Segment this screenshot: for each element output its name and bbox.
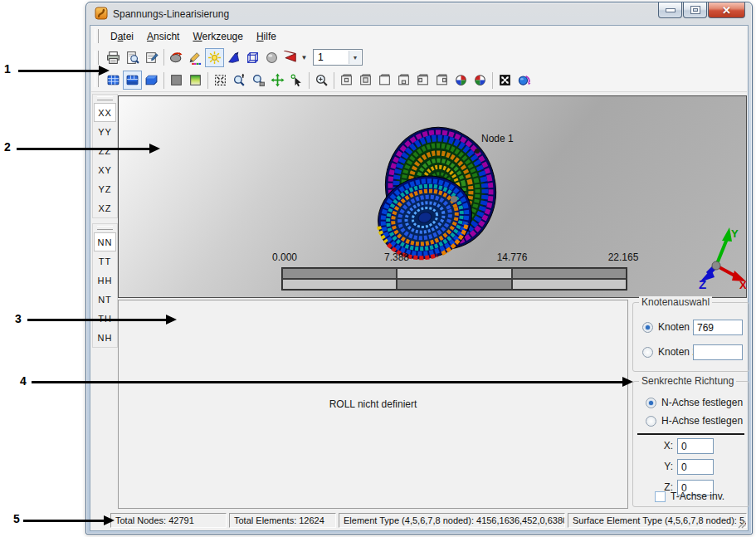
x-input[interactable] (677, 438, 714, 454)
menu-werkzeuge[interactable]: Werkzeuge (186, 27, 249, 46)
toolbar-grip[interactable] (95, 29, 99, 43)
print-preview-button[interactable] (123, 48, 142, 67)
knoten2-radio[interactable] (642, 347, 653, 358)
iso-view-2-button[interactable] (471, 71, 490, 90)
pan-icon (271, 73, 285, 87)
plot-status-message: ROLL nicht definiert (329, 398, 417, 410)
fit-view-button[interactable] (495, 71, 515, 90)
sidebar-button-nh[interactable]: NH (94, 328, 116, 347)
view-top-icon (378, 73, 392, 87)
rotate-mode-button[interactable] (167, 48, 186, 67)
titlebar[interactable]: Spannungs-Linearisierung ✕ (86, 2, 752, 25)
mesh-surface-icon (125, 73, 139, 87)
view-back-button[interactable] (356, 71, 375, 90)
solid-view-button[interactable] (142, 71, 161, 90)
annotation-label-2: 2 (4, 140, 11, 154)
sidebar-button-xx[interactable]: XX (94, 103, 116, 122)
sidebar-button-xy[interactable]: XY (94, 160, 116, 179)
sidebar-button-hh[interactable]: HH (94, 271, 116, 290)
rotate-view-button[interactable] (515, 71, 534, 90)
view-direction-button[interactable] (224, 48, 243, 67)
color-scale-icon (188, 51, 202, 65)
view-top-button[interactable] (375, 71, 394, 90)
wireframe-box-button[interactable] (243, 48, 262, 67)
light-toggle-button[interactable] (205, 48, 224, 67)
maximize-icon (691, 7, 700, 13)
toolbar-grip[interactable] (95, 51, 99, 65)
select-node-button[interactable] (287, 71, 306, 90)
app-icon[interactable] (95, 7, 108, 20)
view-right-button[interactable] (432, 71, 451, 90)
sidebar-button-yz[interactable]: YZ (94, 179, 116, 198)
menu-ansicht[interactable]: Ansicht (140, 27, 186, 46)
pan-button[interactable] (268, 71, 287, 90)
sidebar-button-yy[interactable]: YY (94, 122, 116, 141)
y-input[interactable] (677, 459, 714, 475)
annotation-label-1: 1 (4, 62, 11, 76)
annotation-arrowhead-1 (99, 66, 110, 76)
knoten2-label: Knoten 2 (658, 346, 698, 358)
maximize-button[interactable] (683, 2, 707, 18)
menu-hilfe[interactable]: Hilfe (250, 27, 283, 46)
axis-x-label: X (739, 279, 747, 291)
scale-tick-0: 0.000 (272, 251, 297, 263)
close-icon: ✕ (722, 5, 731, 16)
toolbar-grip[interactable] (97, 96, 113, 100)
sidebar-button-zz[interactable]: ZZ (94, 141, 116, 160)
color-scale-button[interactable] (186, 48, 205, 67)
solid-color-icon (169, 73, 183, 87)
node-marker-1 (475, 149, 480, 154)
h-achse-radio[interactable] (646, 416, 656, 427)
solid-color-button[interactable] (167, 71, 186, 90)
n-achse-radio[interactable] (646, 398, 656, 408)
page-setup-button[interactable] (142, 48, 161, 67)
knotenauswahl-group: Knotenauswahl Knoten 1 Knoten 2 (632, 302, 749, 372)
annotation-arrow-2 (17, 148, 149, 150)
sidebar-button-tt[interactable]: TT (94, 251, 116, 271)
minimize-button[interactable] (658, 2, 682, 18)
view-left-button[interactable] (413, 71, 432, 90)
knoten1-input[interactable] (693, 320, 743, 335)
local-component-toolbar: NN TT HH NT TH NH (92, 223, 118, 348)
viewport-3d[interactable]: Node 1 0.000 7.388 14.776 22.165 Y X (118, 95, 747, 298)
zoom-window-button[interactable] (249, 71, 268, 90)
clip-plane-button[interactable] (281, 48, 300, 67)
scale-tick-1: 7.388 (384, 251, 409, 263)
shaded-model-button[interactable] (262, 48, 281, 67)
view-bottom-button[interactable] (394, 71, 413, 90)
knotenauswahl-title: Knotenauswahl (639, 296, 712, 308)
zoom-in-button[interactable] (230, 71, 249, 90)
gradient-color-button[interactable] (186, 71, 205, 90)
status-total-elements: Total Elements: 12624 (229, 513, 336, 528)
section-number-combobox[interactable]: 1 ▼ (313, 49, 363, 66)
knoten1-radio[interactable] (642, 322, 653, 333)
t-achse-inv-checkbox[interactable] (655, 491, 666, 502)
sidebar-button-xz[interactable]: XZ (94, 198, 116, 217)
zoom-magnifier-button[interactable] (312, 71, 331, 90)
menu-datei[interactable]: Datei (104, 27, 140, 46)
iso-view-2-icon (473, 73, 487, 87)
view-front-button[interactable] (337, 71, 356, 90)
knoten2-input[interactable] (693, 344, 743, 360)
zoom-in-icon (232, 73, 246, 87)
toolbar-separator (309, 72, 310, 89)
combobox-caret-icon[interactable]: ▼ (349, 51, 361, 64)
toolbar-grip[interactable] (97, 226, 113, 230)
annotation-arrowhead-4 (622, 377, 633, 387)
senkrechte-richtung-title: Senkrechte Richtung (639, 375, 736, 387)
n-achse-label: N-Achse festlegen (661, 397, 743, 408)
axis-triad: Y X Z (698, 226, 749, 292)
annotation-label-4: 4 (20, 374, 27, 388)
close-button[interactable]: ✕ (708, 2, 745, 18)
zoom-extents-button[interactable] (211, 71, 230, 90)
clip-plane-dropdown-caret[interactable]: ▼ (300, 54, 308, 61)
toolbar-separator (207, 72, 208, 89)
scale-tick-2: 14.776 (497, 251, 528, 263)
print-button[interactable] (104, 48, 123, 67)
sidebar-button-nt[interactable]: NT (94, 290, 116, 309)
iso-view-1-button[interactable] (451, 71, 471, 90)
resize-grip[interactable] (736, 519, 746, 529)
y-label: Y: (658, 461, 673, 472)
mesh-surface-button[interactable] (123, 71, 142, 90)
sidebar-button-nn[interactable]: NN (94, 232, 116, 251)
